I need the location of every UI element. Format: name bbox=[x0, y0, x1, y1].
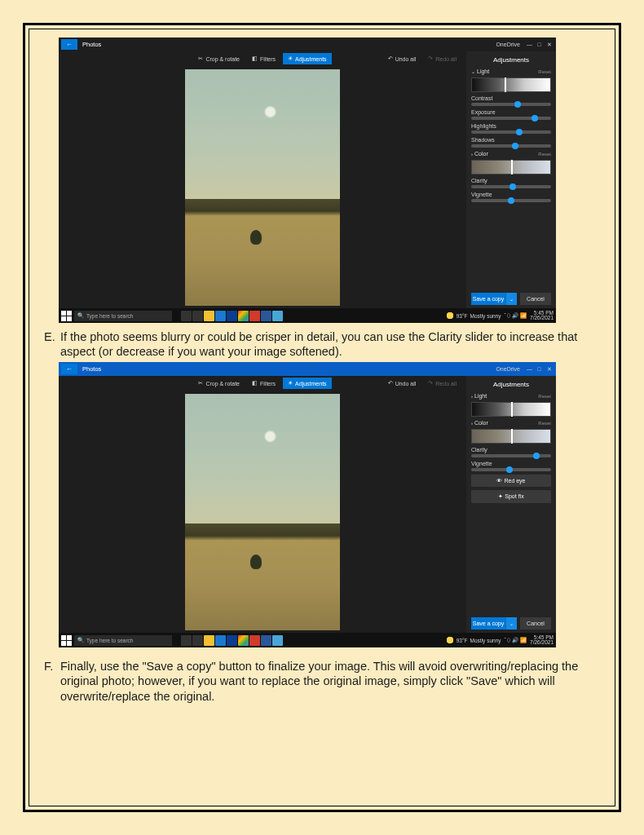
back-button[interactable]: ← bbox=[61, 39, 77, 50]
tool-adjustments[interactable]: ☀ Adjustments bbox=[283, 378, 332, 389]
weather-widget[interactable]: 93°F Mostly sunny bbox=[446, 636, 501, 644]
screenshot-1: ← Photos OneDrive — □ ✕ ✂ Crop & rotate … bbox=[59, 38, 556, 323]
close-button[interactable]: ✕ bbox=[545, 40, 554, 49]
editor-toolbar: ✂ Crop & rotate ◧ Filters ☀ Adjustments … bbox=[59, 376, 466, 391]
taskview-icon[interactable] bbox=[181, 311, 192, 321]
chevron-right-icon: › bbox=[471, 421, 473, 426]
maximize-icon: □ bbox=[537, 42, 540, 47]
window-titlebar: ← Photos OneDrive — □ ✕ bbox=[59, 362, 556, 376]
minimize-button[interactable]: — bbox=[525, 364, 534, 373]
save-a-copy-button[interactable]: Save a copy⌄ bbox=[471, 293, 517, 305]
tray-icons[interactable]: ˆ ⬯ 🔊 📶 bbox=[504, 637, 527, 643]
back-button[interactable]: ← bbox=[61, 364, 77, 374]
chrome-icon[interactable] bbox=[238, 635, 249, 646]
chrome-icon[interactable] bbox=[238, 311, 249, 321]
slider-vignette[interactable] bbox=[471, 468, 551, 471]
panel-title: Adjustments bbox=[471, 379, 551, 390]
edge-icon[interactable] bbox=[215, 635, 226, 646]
tool-filters[interactable]: ◧ Filters bbox=[247, 53, 280, 64]
slider-exposure[interactable] bbox=[471, 117, 551, 120]
page-inner-border: ← Photos OneDrive — □ ✕ ✂ Crop & rotate … bbox=[29, 29, 615, 806]
taskbar-search[interactable]: 🔍Type here to search bbox=[74, 311, 172, 321]
close-icon: ✕ bbox=[547, 42, 552, 48]
slider-clarity[interactable] bbox=[471, 454, 551, 457]
onedrive-label: OneDrive bbox=[496, 42, 520, 47]
save-dropdown-icon[interactable]: ⌄ bbox=[505, 617, 517, 630]
tool-crop-rotate[interactable]: ✂ Crop & rotate bbox=[193, 378, 245, 389]
app-title: Photos bbox=[82, 365, 101, 373]
close-button[interactable]: ✕ bbox=[545, 364, 554, 373]
redo-all-button[interactable]: ↷ Redo all bbox=[423, 378, 461, 389]
close-icon: ✕ bbox=[547, 366, 552, 373]
weather-widget[interactable]: 93°F Mostly sunny bbox=[446, 311, 501, 320]
instruction-item-e: E. If the photo seems blurry or could be… bbox=[44, 329, 603, 359]
light-strip[interactable] bbox=[471, 77, 551, 92]
photo-canvas bbox=[59, 66, 466, 308]
slider-highlights[interactable] bbox=[471, 130, 551, 134]
taskbar-search[interactable]: 🔍Type here to search bbox=[74, 635, 172, 646]
taskbar-clock[interactable]: 5:45 PM7/26/2021 bbox=[530, 635, 554, 646]
maximize-icon: □ bbox=[537, 366, 540, 372]
color-strip[interactable] bbox=[471, 429, 551, 444]
photo-preview bbox=[185, 394, 340, 630]
slider-shadows[interactable] bbox=[471, 144, 551, 148]
tool-adjustments[interactable]: ☀ Adjustments bbox=[283, 53, 332, 64]
window-titlebar: ← Photos OneDrive — □ ✕ bbox=[59, 38, 556, 51]
undo-all-button[interactable]: ↶ Undo all bbox=[383, 53, 421, 64]
save-a-copy-button[interactable]: Save a copy⌄ bbox=[471, 617, 517, 630]
section-color[interactable]: ›ColorReset bbox=[471, 151, 551, 157]
red-eye-button[interactable]: 👁 Red eye bbox=[471, 475, 551, 487]
cortana-icon[interactable] bbox=[192, 311, 203, 321]
section-color[interactable]: ›ColorReset bbox=[471, 420, 551, 426]
mail-icon[interactable] bbox=[227, 311, 237, 321]
taskbar-clock[interactable]: 5:45 PM7/26/2021 bbox=[530, 311, 554, 321]
instruction-item-f: F. Finally, use the "Save a copy" button… bbox=[44, 659, 603, 703]
file-explorer-icon[interactable] bbox=[204, 635, 214, 646]
section-light[interactable]: ›LightReset bbox=[471, 393, 551, 399]
cortana-icon[interactable] bbox=[192, 635, 203, 646]
maximize-button[interactable]: □ bbox=[535, 40, 544, 49]
undo-all-button[interactable]: ↶ Undo all bbox=[383, 378, 421, 389]
chevron-right-icon: › bbox=[471, 152, 473, 157]
slider-contrast[interactable] bbox=[471, 103, 551, 106]
chevron-down-icon: ⌄ bbox=[471, 69, 475, 74]
office-icon[interactable] bbox=[249, 311, 260, 321]
cancel-button[interactable]: Cancel bbox=[520, 293, 551, 305]
instruction-text: If the photo seems blurry or could be cr… bbox=[60, 329, 603, 359]
spot-fix-button[interactable]: ✦ Spot fix bbox=[471, 490, 551, 503]
slider-clarity[interactable] bbox=[471, 185, 551, 188]
file-explorer-icon[interactable] bbox=[204, 311, 214, 321]
start-button[interactable] bbox=[61, 635, 72, 646]
arrow-left-icon: ← bbox=[66, 41, 73, 48]
color-strip[interactable] bbox=[471, 160, 551, 175]
photos-icon[interactable] bbox=[272, 635, 283, 646]
onedrive-label: OneDrive bbox=[496, 366, 520, 372]
sun-icon bbox=[446, 311, 454, 320]
office-icon[interactable] bbox=[249, 635, 260, 646]
section-light[interactable]: ⌄LightReset bbox=[471, 68, 551, 74]
slider-vignette[interactable] bbox=[471, 199, 551, 202]
page-outer-border: ← Photos OneDrive — □ ✕ ✂ Crop & rotate … bbox=[23, 23, 621, 812]
cancel-button[interactable]: Cancel bbox=[520, 617, 551, 630]
instruction-letter: F. bbox=[44, 659, 60, 703]
instruction-letter: E. bbox=[44, 329, 60, 359]
word-icon[interactable] bbox=[261, 635, 271, 646]
light-strip[interactable] bbox=[471, 402, 551, 417]
edge-icon[interactable] bbox=[215, 311, 226, 321]
instruction-text: Finally, use the "Save a copy" button to… bbox=[60, 659, 603, 703]
tool-filters[interactable]: ◧ Filters bbox=[247, 378, 280, 389]
word-icon[interactable] bbox=[261, 311, 271, 321]
redo-all-button[interactable]: ↷ Redo all bbox=[423, 53, 461, 64]
tool-crop-rotate[interactable]: ✂ Crop & rotate bbox=[193, 53, 245, 64]
photos-icon[interactable] bbox=[272, 311, 283, 321]
photo-preview bbox=[185, 69, 340, 306]
minimize-icon: — bbox=[527, 42, 532, 47]
minimize-button[interactable]: — bbox=[525, 40, 534, 49]
maximize-button[interactable]: □ bbox=[535, 364, 544, 373]
panel-title: Adjustments bbox=[471, 55, 551, 65]
tray-icons[interactable]: ˆ ⬯ 🔊 📶 bbox=[504, 312, 527, 319]
start-button[interactable] bbox=[61, 311, 72, 321]
mail-icon[interactable] bbox=[227, 635, 237, 646]
save-dropdown-icon[interactable]: ⌄ bbox=[505, 293, 517, 305]
taskview-icon[interactable] bbox=[181, 635, 192, 646]
